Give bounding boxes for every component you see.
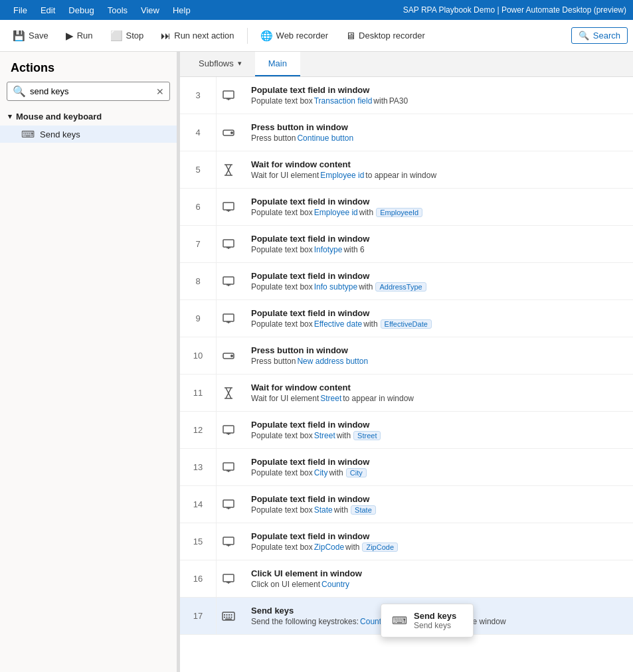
table-row[interactable]: 11Wait for window contentWait for UI ele… [180, 375, 633, 412]
step-title: Wait for window content [251, 382, 622, 392]
table-row[interactable]: 15Populate text field in windowPopulate … [180, 523, 633, 560]
step-number: 3 [180, 77, 217, 114]
step-desc-text: Populate text box [251, 245, 313, 254]
step-content: Populate text field in windowPopulate te… [240, 189, 633, 225]
table-row[interactable]: 5Wait for window contentWait for UI elem… [180, 151, 633, 189]
step-desc-text: Press button [251, 357, 296, 366]
step-description: Press button Continue button [251, 133, 622, 143]
desktop-recorder-button[interactable]: 🖥 Desktop recorder [338, 27, 432, 44]
step-link-1[interactable]: ZipCode [314, 543, 344, 552]
step-desc-text: Populate text box [251, 468, 313, 477]
step-link-1[interactable]: Transaction field [314, 96, 373, 106]
step-link-1[interactable]: City [314, 468, 328, 477]
step-link-1[interactable]: New address button [297, 357, 368, 366]
menu-edit[interactable]: Edit [34, 0, 62, 20]
search-input[interactable] [30, 86, 152, 96]
svg-rect-35 [224, 614, 225, 616]
table-row[interactable]: 8Populate text field in windowPopulate t… [180, 263, 633, 300]
web-icon: 🌐 [260, 30, 273, 42]
monitor-icon [217, 523, 240, 560]
table-row[interactable]: 4Press button in windowPress button Cont… [180, 114, 633, 151]
tab-main[interactable]: Main [255, 52, 300, 76]
desktop-icon: 🖥 [345, 30, 355, 41]
hourglass-icon [217, 375, 240, 411]
table-row[interactable]: 16Click UI element in windowClick on UI … [180, 560, 633, 598]
step-description: Populate text box Employee id with Emplo… [251, 208, 622, 217]
step-link-1[interactable]: Infotype [314, 245, 343, 254]
step-description: Populate text box State with State [251, 505, 622, 515]
step-link-1[interactable]: Info subtype [314, 282, 357, 292]
step-title: Populate text field in window [251, 85, 622, 95]
tooltip-popup: ⌨ Send keys Send keys [381, 604, 474, 637]
step-description: Wait for UI element Employee id to appea… [251, 171, 622, 180]
table-row[interactable]: 12Populate text field in windowPopulate … [180, 412, 633, 449]
svg-rect-42 [231, 616, 232, 618]
clear-icon[interactable]: ✕ [156, 86, 164, 97]
table-row[interactable]: 10Press button in windowPress button New… [180, 337, 633, 375]
table-row[interactable]: 3Populate text field in windowPopulate t… [180, 77, 633, 114]
save-button[interactable]: 💾 Save [5, 27, 56, 45]
step-title: Populate text field in window [251, 457, 622, 467]
table-row[interactable]: 7Populate text field in windowPopulate t… [180, 226, 633, 263]
monitor-icon [217, 189, 240, 225]
step-number: 8 [180, 263, 217, 299]
menu-tools[interactable]: Tools [101, 0, 134, 20]
step-link-1[interactable]: Country [321, 580, 349, 589]
search-button[interactable]: 🔍 Search [571, 27, 628, 44]
monitor-icon [217, 300, 240, 337]
step-link-1[interactable]: Continue button [297, 133, 353, 143]
monitor-icon [217, 412, 240, 448]
stop-button[interactable]: ⬜ Stop [103, 27, 151, 45]
svg-rect-43 [225, 618, 232, 620]
table-row[interactable]: 13Populate text field in windowPopulate … [180, 449, 633, 486]
monitor-icon [217, 77, 240, 114]
button-icon [217, 337, 240, 374]
category-header-mouse-keyboard[interactable]: ▾ Mouse and keyboard [0, 108, 177, 126]
step-content: Press button in windowPress button Conti… [240, 114, 633, 151]
step-content: Populate text field in windowPopulate te… [240, 77, 633, 114]
step-link-1[interactable]: Effective date [314, 319, 363, 329]
step-tag: State [351, 505, 376, 515]
search-box[interactable]: 🔍 ✕ [7, 82, 170, 101]
run-next-button[interactable]: ⏭ Run next action [153, 27, 241, 44]
run-button[interactable]: ▶ Run [58, 27, 100, 45]
table-row[interactable]: 6Populate text field in windowPopulate t… [180, 189, 633, 226]
step-desc-mid: with [345, 543, 359, 552]
button-icon [217, 114, 240, 151]
step-description: Populate text box Effective date with Ef… [251, 319, 622, 329]
step-link-1[interactable]: Street [314, 431, 335, 440]
svg-rect-39 [224, 616, 225, 618]
step-desc-mid: with [329, 468, 343, 477]
menu-file[interactable]: File [7, 0, 34, 20]
step-number: 9 [180, 300, 217, 337]
step-tag: ZipCode [362, 543, 398, 552]
step-desc-mid: with [359, 208, 373, 217]
web-recorder-button[interactable]: 🌐 Web recorder [253, 27, 336, 45]
step-link-1[interactable]: Street [320, 394, 341, 403]
step-desc-mid: to appear in window [365, 171, 436, 180]
table-row[interactable]: 9Populate text field in windowPopulate t… [180, 300, 633, 337]
step-desc-mid: with [334, 505, 348, 515]
sidebar-item-send-keys[interactable]: ⌨ Send keys [0, 126, 177, 143]
step-number: 12 [180, 412, 217, 448]
svg-rect-37 [228, 614, 230, 616]
step-number: 15 [180, 523, 217, 560]
menu-view[interactable]: View [134, 0, 166, 20]
step-content: Populate text field in windowPopulate te… [240, 412, 633, 448]
content-area: Subflows ▾ Main 3Populate text field in … [180, 52, 633, 672]
step-link-1[interactable]: State [314, 505, 333, 515]
menu-help[interactable]: Help [166, 0, 197, 20]
steps-area: 3Populate text field in windowPopulate t… [180, 77, 633, 672]
toolbar-separator [247, 28, 248, 44]
tab-subflows[interactable]: Subflows ▾ [185, 52, 255, 76]
step-link-1[interactable]: Employee id [320, 171, 364, 180]
step-content: Populate text field in windowPopulate te… [240, 300, 633, 337]
step-content: Populate text field in windowPopulate te… [240, 226, 633, 262]
step-desc-mid: to appear in window [343, 394, 414, 403]
step-desc-text: Wait for UI element [251, 171, 319, 180]
step-link-1[interactable]: Employee id [314, 208, 358, 217]
svg-point-4 [230, 131, 233, 134]
svg-rect-11 [223, 277, 234, 284]
menu-debug[interactable]: Debug [62, 0, 100, 20]
table-row[interactable]: 14Populate text field in windowPopulate … [180, 486, 633, 523]
